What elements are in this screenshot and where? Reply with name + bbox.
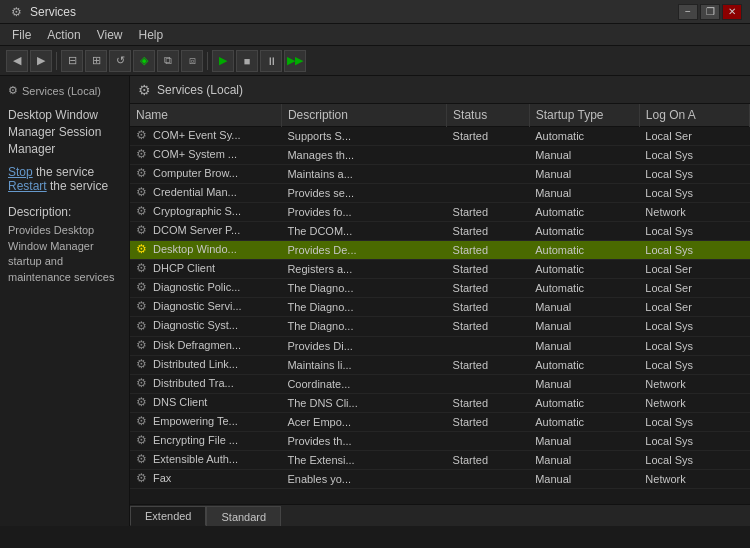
- service-logon-cell: Network: [639, 470, 749, 489]
- left-panel-title: ⚙ Services (Local): [8, 84, 121, 97]
- service-name-cell: ⚙Diagnostic Polic...: [130, 279, 281, 298]
- table-row[interactable]: ⚙DHCP Client Registers a... Started Auto…: [130, 260, 750, 279]
- table-row[interactable]: ⚙Encrypting File ... Provides th... Manu…: [130, 432, 750, 451]
- service-gear-icon: ⚙: [136, 147, 150, 161]
- menu-item-file[interactable]: File: [4, 26, 39, 44]
- service-gear-icon: ⚙: [136, 357, 150, 371]
- bottom-tabs: Extended Standard: [130, 504, 750, 526]
- stop-service-button[interactable]: ■: [236, 50, 258, 72]
- table-row[interactable]: ⚙Diagnostic Polic... The Diagno... Start…: [130, 279, 750, 298]
- service-desc-cell: The DNS Cli...: [281, 393, 446, 412]
- restore-button[interactable]: ❐: [700, 4, 720, 20]
- service-logon-cell: Network: [639, 374, 749, 393]
- service-gear-icon: ⚙: [136, 299, 150, 313]
- col-header-logon[interactable]: Log On A: [639, 104, 749, 126]
- service-name-cell: ⚙Computer Brow...: [130, 164, 281, 183]
- window-controls: − ❐ ✕: [678, 4, 742, 20]
- service-status-cell: [447, 432, 530, 451]
- services-header-text: Services (Local): [157, 83, 243, 97]
- col-header-startup[interactable]: Startup Type: [529, 104, 639, 126]
- service-status-cell: Started: [447, 317, 530, 336]
- services-local-icon: ⚙: [8, 84, 18, 97]
- restart-service-button[interactable]: ▶▶: [284, 50, 306, 72]
- service-status-cell: Started: [447, 241, 530, 260]
- table-row[interactable]: ⚙Diagnostic Syst... The Diagno... Starte…: [130, 317, 750, 336]
- services-header-icon: ⚙: [138, 82, 151, 98]
- service-desc-cell: Provides fo...: [281, 202, 446, 221]
- service-name-cell: ⚙Encrypting File ...: [130, 432, 281, 451]
- service-desc-cell: Manages th...: [281, 145, 446, 164]
- service-startup-cell: Manual: [529, 298, 639, 317]
- description-text: Provides Desktop Window Manager startup …: [8, 223, 121, 285]
- service-gear-icon: ⚙: [136, 376, 150, 390]
- toolbar-separator-2: [207, 52, 208, 70]
- menu-item-view[interactable]: View: [89, 26, 131, 44]
- service-logon-cell: Network: [639, 202, 749, 221]
- pause-service-button[interactable]: ⏸: [260, 50, 282, 72]
- service-desc-cell: Supports S...: [281, 126, 446, 145]
- table-row[interactable]: ⚙Fax Enables yo... Manual Network: [130, 470, 750, 489]
- service-name-cell: ⚙Diagnostic Syst...: [130, 317, 281, 336]
- service-desc-cell: Maintains a...: [281, 164, 446, 183]
- service-status-cell: [447, 374, 530, 393]
- service-status-cell: Started: [447, 298, 530, 317]
- restart-text: the service: [50, 179, 108, 193]
- table-row[interactable]: ⚙Disk Defragmen... Provides Di... Manual…: [130, 336, 750, 355]
- services-tbody: ⚙COM+ Event Sy... Supports S... Started …: [130, 126, 750, 489]
- expand-button[interactable]: ⊞: [85, 50, 107, 72]
- service-gear-icon: ⚙: [136, 319, 150, 333]
- table-row[interactable]: ⚙DNS Client The DNS Cli... Started Autom…: [130, 393, 750, 412]
- back-button[interactable]: ◀: [6, 50, 28, 72]
- help-button[interactable]: ⧇: [181, 50, 203, 72]
- menu-item-action[interactable]: Action: [39, 26, 88, 44]
- service-desc-cell: Provides Di...: [281, 336, 446, 355]
- service-name-cell: ⚙Cryptographic S...: [130, 202, 281, 221]
- service-status-cell: [447, 164, 530, 183]
- service-gear-icon: ⚙: [136, 128, 150, 142]
- table-row[interactable]: ⚙Extensible Auth... The Extensi... Start…: [130, 451, 750, 470]
- table-row[interactable]: ⚙Computer Brow... Maintains a... Manual …: [130, 164, 750, 183]
- restart-link[interactable]: Restart: [8, 179, 47, 193]
- service-actions: Stop the service Restart the service: [8, 165, 121, 193]
- table-row[interactable]: ⚙COM+ Event Sy... Supports S... Started …: [130, 126, 750, 145]
- title-text: Services: [30, 5, 678, 19]
- tab-standard[interactable]: Standard: [206, 506, 281, 526]
- close-button[interactable]: ✕: [722, 4, 742, 20]
- table-row[interactable]: ⚙Distributed Tra... Coordinate... Manual…: [130, 374, 750, 393]
- service-logon-cell: Local Sys: [639, 317, 749, 336]
- refresh-button[interactable]: ↺: [109, 50, 131, 72]
- start-service-button[interactable]: ▶: [212, 50, 234, 72]
- minimize-button[interactable]: −: [678, 4, 698, 20]
- service-startup-cell: Manual: [529, 432, 639, 451]
- col-header-name[interactable]: Name: [130, 104, 281, 126]
- service-name-cell: ⚙DNS Client: [130, 393, 281, 412]
- table-row[interactable]: ⚙COM+ System ... Manages th... Manual Lo…: [130, 145, 750, 164]
- filter-button[interactable]: ◈: [133, 50, 155, 72]
- col-header-desc[interactable]: Description: [281, 104, 446, 126]
- service-desc-cell: The Diagno...: [281, 298, 446, 317]
- export-button[interactable]: ⧉: [157, 50, 179, 72]
- service-gear-icon: ⚙: [136, 395, 150, 409]
- service-name-cell: ⚙Credential Man...: [130, 183, 281, 202]
- service-startup-cell: Automatic: [529, 202, 639, 221]
- table-row[interactable]: ⚙Desktop Windo... Provides De... Started…: [130, 241, 750, 260]
- view-button[interactable]: ⊟: [61, 50, 83, 72]
- table-row[interactable]: ⚙Credential Man... Provides se... Manual…: [130, 183, 750, 202]
- stop-link[interactable]: Stop: [8, 165, 33, 179]
- service-startup-cell: Manual: [529, 317, 639, 336]
- service-status-cell: [447, 183, 530, 202]
- col-header-status[interactable]: Status: [447, 104, 530, 126]
- forward-button[interactable]: ▶: [30, 50, 52, 72]
- services-table-container[interactable]: Name Description Status Startup Type Log…: [130, 104, 750, 504]
- table-row[interactable]: ⚙Empowering Te... Acer Empo... Started A…: [130, 412, 750, 431]
- tab-extended[interactable]: Extended: [130, 506, 206, 526]
- table-row[interactable]: ⚙Distributed Link... Maintains li... Sta…: [130, 355, 750, 374]
- table-row[interactable]: ⚙Cryptographic S... Provides fo... Start…: [130, 202, 750, 221]
- service-logon-cell: Local Sys: [639, 183, 749, 202]
- menu-item-help[interactable]: Help: [131, 26, 172, 44]
- service-startup-cell: Manual: [529, 336, 639, 355]
- table-row[interactable]: ⚙Diagnostic Servi... The Diagno... Start…: [130, 298, 750, 317]
- service-gear-icon: ⚙: [136, 414, 150, 428]
- table-row[interactable]: ⚙DCOM Server P... The DCOM... Started Au…: [130, 221, 750, 240]
- service-gear-icon: ⚙: [136, 242, 150, 256]
